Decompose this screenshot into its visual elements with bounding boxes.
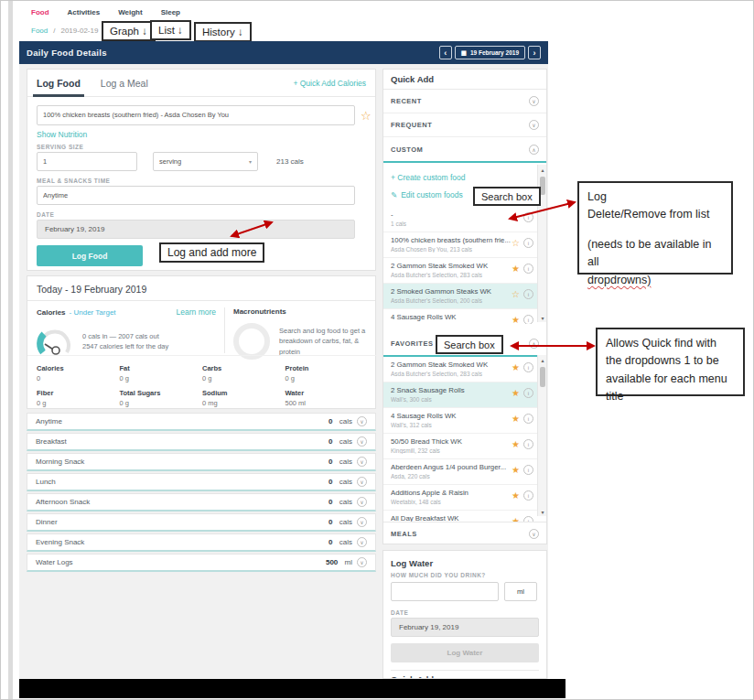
info-icon[interactable]: i — [523, 212, 533, 222]
chevron-down-icon[interactable]: ∨ — [529, 120, 539, 130]
chevron-up-icon[interactable]: ∧ — [529, 145, 539, 155]
tab-log-a-meal[interactable]: Log a Meal — [101, 78, 148, 89]
star-filled-icon[interactable]: ★ — [512, 440, 520, 449]
nutrient-sodium: Sodium0 mg — [202, 389, 285, 407]
chevron-down-icon[interactable]: ∨ — [357, 477, 367, 487]
section-meals[interactable]: MEALS ∨ — [383, 522, 546, 545]
meal-row-anytime[interactable]: Anytime0 cals∨ — [27, 413, 376, 431]
meal-row-breakfast[interactable]: Breakfast0 cals∨ — [27, 433, 376, 451]
custom-food-item[interactable]: 4 Sausage Rolls WKWall's, 312 cals★i — [383, 309, 546, 324]
scroll-down-icon[interactable]: ▾ — [538, 507, 547, 516]
section-recent[interactable]: RECENT ∨ — [383, 90, 546, 113]
meal-row-afternoon-snack[interactable]: Afternoon Snack0 cals∨ — [27, 493, 376, 512]
favorite-food-item[interactable]: Additions Apple & RaisinWeetabix, 148 ca… — [383, 485, 546, 511]
log-water-button-disabled[interactable]: Log Water — [391, 643, 539, 662]
info-icon[interactable]: i — [523, 388, 533, 398]
meal-row-morning-snack[interactable]: Morning Snack0 cals∨ — [27, 453, 376, 471]
scrollbar-thumb[interactable] — [540, 177, 545, 195]
tab-log-food[interactable]: Log Food — [37, 78, 81, 89]
star-filled-icon[interactable]: ★ — [512, 264, 520, 274]
learn-more-link[interactable]: Learn more — [177, 307, 216, 317]
meal-row-evening-snack[interactable]: Evening Snack0 cals∨ — [27, 533, 376, 552]
star-outline-icon[interactable]: ☆ — [512, 290, 520, 299]
info-icon[interactable]: i — [523, 414, 533, 424]
favorite-food-item[interactable]: 2 Snack Sausage RollsWall's, 300 cals★i — [383, 382, 546, 408]
log-food-button[interactable]: Log Food — [37, 245, 143, 266]
water-amount-input[interactable] — [391, 582, 499, 601]
star-outline-icon[interactable]: ☆ — [512, 239, 520, 248]
section-custom[interactable]: CUSTOM ∧ — [383, 137, 546, 163]
info-icon[interactable]: i — [523, 238, 533, 248]
meal-row-value: 0 — [329, 417, 332, 425]
favorite-food-item[interactable]: 50/50 Bread Thick WKKingsmill, 232 cals★… — [383, 434, 546, 459]
date-field[interactable]: February 19, 2019 — [37, 220, 355, 239]
star-filled-icon[interactable]: ★ — [512, 316, 520, 325]
nav-item-food[interactable]: Food — [31, 8, 49, 16]
quick-add-calories-link[interactable]: + Quick Add Calories — [293, 79, 366, 88]
chevron-down-icon[interactable]: ∨ — [357, 416, 367, 426]
chevron-down-icon[interactable]: ∨ — [529, 529, 539, 539]
meal-accordion-list: Anytime0 cals∨Breakfast0 cals∨Morning Sn… — [27, 413, 376, 574]
serving-qty-input[interactable] — [37, 152, 137, 171]
info-icon[interactable]: i — [523, 264, 533, 274]
chevron-down-icon[interactable]: ∨ — [357, 537, 367, 547]
star-outline-icon[interactable]: ☆ — [512, 213, 520, 222]
next-day-button[interactable]: › — [528, 46, 541, 59]
chevron-down-icon[interactable]: ∨ — [357, 557, 367, 567]
section-frequent[interactable]: FREQUENT ∨ — [383, 113, 546, 137]
date-picker-button[interactable]: ▦ 19 February 2019 — [455, 46, 525, 59]
favorites-list-scrollbar[interactable]: ▴ ▾ — [537, 355, 546, 516]
serving-unit-select[interactable]: serving ▾ — [153, 152, 258, 171]
scroll-down-icon[interactable]: ▾ — [538, 313, 547, 322]
chevron-down-icon[interactable]: ∨ — [529, 96, 539, 106]
info-icon[interactable]: i — [523, 439, 533, 449]
custom-food-item[interactable]: 2 Gammon Steak Smoked WKAsda Butcher's S… — [383, 258, 546, 284]
custom-food-item[interactable]: 2 Smoked Gammon Steaks WKAsda Butcher's … — [383, 284, 546, 309]
favorite-food-item[interactable]: Aberdeen Angus 1/4 pound Burger...Asda, … — [383, 459, 546, 485]
nav-item-sleep[interactable]: Sleep — [161, 8, 180, 16]
star-filled-icon[interactable]: ★ — [512, 517, 520, 522]
meal-time-input[interactable] — [37, 186, 355, 205]
edit-custom-foods-link[interactable]: Edit custom foods — [401, 190, 463, 199]
star-filled-icon[interactable]: ★ — [512, 415, 520, 424]
food-search-input[interactable] — [37, 105, 355, 125]
meal-row-water-logs[interactable]: Water Logs500 ml∨ — [27, 554, 376, 572]
water-date-field[interactable]: February 19, 2019 — [391, 618, 539, 637]
star-outline-icon[interactable]: ☆ — [361, 110, 372, 122]
scroll-up-icon[interactable]: ▴ — [538, 355, 547, 364]
chevron-up-icon[interactable]: ∧ — [529, 339, 539, 349]
water-unit-box[interactable]: ml — [504, 582, 537, 601]
star-filled-icon[interactable]: ★ — [512, 466, 520, 475]
food-item-name: Aberdeen Angus 1/4 pound Burger... — [391, 463, 526, 471]
star-filled-icon[interactable]: ★ — [512, 389, 520, 398]
breadcrumb-food-link[interactable]: Food — [31, 27, 48, 35]
info-icon[interactable]: i — [523, 465, 533, 475]
favorite-food-item[interactable]: 2 Gammon Steak Smoked WKAsda Butcher's S… — [383, 357, 546, 382]
nav-item-weight[interactable]: Weight — [118, 8, 143, 16]
today-title: Today - 19 February 2019 — [27, 276, 375, 301]
meal-row-lunch[interactable]: Lunch0 cals∨ — [27, 473, 376, 491]
info-icon[interactable]: i — [523, 362, 533, 372]
chevron-down-icon[interactable]: ∨ — [357, 517, 367, 527]
star-filled-icon[interactable]: ★ — [512, 491, 520, 501]
chevron-down-icon[interactable]: ∨ — [357, 497, 367, 507]
info-icon[interactable]: i — [523, 289, 533, 299]
chevron-down-icon[interactable]: ∨ — [357, 457, 367, 467]
favorite-food-item[interactable]: 4 Sausage Rolls WKWall's, 312 cals★i — [383, 408, 546, 434]
create-custom-food-link[interactable]: + Create custom food — [391, 168, 539, 186]
nav-item-activities[interactable]: Activities — [68, 8, 101, 16]
custom-food-item[interactable]: 100% chicken breasts (southern frie...As… — [383, 232, 546, 258]
info-icon[interactable]: i — [523, 516, 533, 522]
show-nutrition-link[interactable]: Show Nutrition — [37, 130, 87, 139]
meal-row-dinner[interactable]: Dinner0 cals∨ — [27, 513, 376, 532]
info-icon[interactable]: i — [523, 315, 533, 324]
info-icon[interactable]: i — [523, 490, 533, 501]
chevron-down-icon[interactable]: ∨ — [357, 436, 367, 447]
prev-day-button[interactable]: ‹ — [439, 46, 452, 59]
meal-snacks-time-label: MEAL & SNACKS TIME — [37, 178, 110, 184]
scroll-up-icon[interactable]: ▴ — [538, 165, 547, 174]
scrollbar-thumb[interactable] — [540, 367, 545, 387]
custom-food-item[interactable]: -1 cals☆i — [383, 207, 546, 232]
favorite-food-item[interactable]: All Day Breakfast WK★i — [383, 511, 546, 522]
star-filled-icon[interactable]: ★ — [512, 363, 520, 372]
